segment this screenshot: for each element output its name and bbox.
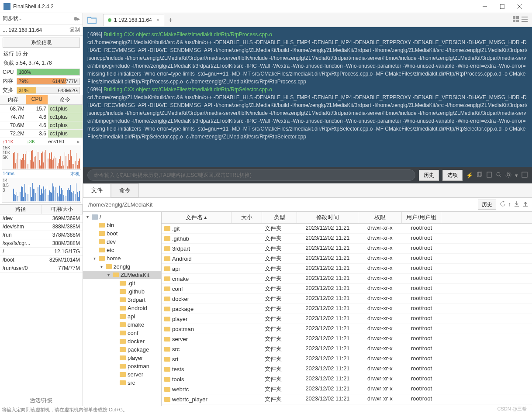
process-row[interactable]: 72.2M3.6cc1plus [0, 130, 83, 138]
tree-item[interactable]: Android [83, 304, 161, 312]
close-button[interactable] [511, 0, 529, 13]
open-folder-icon[interactable] [87, 16, 97, 24]
tab-commands[interactable]: 命令 [111, 183, 139, 197]
tree-item[interactable]: docker [83, 337, 161, 345]
file-row[interactable]: tools文件夹2023/12/02 11:21drwxr-xr-xroot/r… [162, 374, 532, 384]
file-row[interactable]: cmake文件夹2023/12/02 11:21drwxr-xr-xroot/r… [162, 274, 532, 284]
network-chart: 15K10K5K [2, 145, 81, 170]
filesystem-row[interactable]: /boot825M/1014M [0, 256, 83, 264]
svg-point-14 [497, 172, 500, 176]
up-icon[interactable]: ↑ [508, 201, 511, 208]
tree-item[interactable]: player [83, 354, 161, 362]
activate-button[interactable]: 激活/升级 [0, 395, 83, 406]
tree-item[interactable]: bin [83, 221, 161, 229]
tab-files[interactable]: 文件 [83, 183, 111, 197]
file-list-header[interactable]: 文件名 ▴ 大小 类型 修改时间 权限 用户/用户组 [162, 212, 532, 224]
file-row[interactable]: srt文件夹2023/12/02 11:21drwxr-xr-xroot/roo… [162, 354, 532, 364]
file-row[interactable]: webrtc文件夹2023/12/02 11:21drwxr-xr-xroot/… [162, 384, 532, 394]
folder-icon [120, 364, 126, 369]
close-icon[interactable]: × [156, 17, 159, 23]
file-list[interactable]: 文件名 ▴ 大小 类型 修改时间 权限 用户/用户组 .git文件夹2023/1… [162, 212, 532, 406]
filesystem-row[interactable]: /run378M/388M [0, 231, 83, 239]
sysinfo-button[interactable]: 系统信息 [3, 38, 80, 48]
options-button[interactable]: 选项 [442, 170, 463, 181]
file-row[interactable]: server文件夹2023/12/02 11:21drwxr-xr-xroot/… [162, 334, 532, 344]
search-icon[interactable] [496, 172, 502, 179]
paste-icon[interactable] [486, 172, 492, 179]
tree-item[interactable]: ▾home [83, 254, 161, 262]
tree-item[interactable]: .github [83, 287, 161, 296]
refresh-icon[interactable] [500, 201, 506, 208]
file-row[interactable]: player文件夹2023/12/02 11:21drwxr-xr-xroot/… [162, 314, 532, 324]
tree-item[interactable]: src [83, 379, 161, 387]
copy-icon[interactable] [477, 172, 483, 179]
folder-icon [164, 327, 170, 331]
folder-icon [164, 367, 170, 372]
file-row[interactable]: .git文件夹2023/12/02 11:21drwxr-xr-xroot/ro… [162, 224, 532, 234]
process-row[interactable]: 70.6M4.6cc1plus [0, 121, 83, 130]
folder-tree[interactable]: ▾/binbootdevetc▾home▾zenglg▾ZLMediaKit.g… [83, 212, 162, 406]
gear-icon[interactable] [505, 172, 511, 179]
tree-item[interactable]: api [83, 312, 161, 321]
file-row[interactable]: 3rdpart文件夹2023/12/02 11:21drwxr-xr-xroot… [162, 244, 532, 254]
tree-item[interactable]: package [83, 345, 161, 354]
file-row[interactable]: conf文件夹2023/12/02 11:21drwxr-xr-xroot/ro… [162, 284, 532, 294]
path-history-button[interactable]: 历史 [478, 200, 496, 210]
folder-icon [164, 297, 170, 301]
file-row[interactable]: package文件夹2023/12/02 11:21drwxr-xr-xroot… [162, 304, 532, 314]
upload-icon[interactable] [522, 201, 529, 208]
tree-item[interactable]: dev [83, 238, 161, 246]
path-input[interactable] [86, 200, 474, 210]
tree-item[interactable]: server [83, 370, 161, 379]
file-row[interactable]: webrtc_player文件夹2023/12/02 11:21drwxr-xr… [162, 394, 532, 404]
maximize-button[interactable] [494, 0, 511, 13]
load-label: 负载 5.54, 3.74, 1.78 [0, 59, 83, 68]
footer-hint: 将输入定向到该虚拟机，请在虚拟机内部单击或按 Ctrl+G。 [0, 406, 129, 414]
copy-button[interactable]: 复制 [69, 26, 80, 34]
file-row[interactable]: api文件夹2023/12/02 11:21drwxr-xr-xroot/roo… [162, 264, 532, 274]
filesystem-row[interactable]: /dev369M/369M [0, 214, 83, 223]
filesystem-row[interactable]: /12.1G/17G [0, 248, 83, 256]
process-row[interactable]: 74.7M4.6cc1plus [0, 113, 83, 121]
tree-item[interactable]: boot [83, 229, 161, 238]
file-row[interactable]: docker文件夹2023/12/02 11:21drwxr-xr-xroot/… [162, 294, 532, 304]
process-row[interactable]: 68.7M15.7cc1plus [0, 105, 83, 113]
filesystem-row[interactable]: /sys/fs/cgr...388M/388M [0, 239, 83, 248]
tree-item[interactable]: ▾ZLMediaKit [83, 271, 161, 279]
tree-item[interactable]: cmake [83, 321, 161, 329]
command-input[interactable] [87, 169, 415, 181]
filesystem-row[interactable]: /run/user/077M/77M [0, 264, 83, 273]
list-icon[interactable] [522, 16, 528, 24]
tree-item[interactable]: ▾zenglg [83, 262, 161, 271]
file-row[interactable]: .github文件夹2023/12/02 11:21drwxr-xr-xroot… [162, 234, 532, 244]
chevron-down-icon[interactable]: ▾ [515, 172, 518, 179]
folder-icon [92, 214, 98, 220]
add-tab-button[interactable]: + [165, 14, 176, 26]
maximize-icon[interactable] [522, 172, 528, 179]
tree-item[interactable]: 3rdpart [83, 296, 161, 304]
tree-item[interactable]: .git [83, 279, 161, 287]
file-row[interactable]: www文件夹2023/12/02 11:21drwxr-xr-xroot/roo… [162, 404, 532, 406]
filesystem-row[interactable]: /dev/shm388M/388M [0, 223, 83, 231]
tree-item[interactable]: ▾/ [83, 213, 161, 221]
bolt-icon[interactable]: ⚡ [466, 172, 473, 179]
tab-connection[interactable]: 1 192.168.11.64 × [103, 14, 164, 26]
svg-rect-4 [513, 16, 515, 19]
file-row[interactable]: src文件夹2023/12/02 11:21drwxr-xr-xroot/roo… [162, 344, 532, 354]
terminal-output[interactable]: [ 69%] Building CXX object src/CMakeFile… [83, 27, 532, 167]
file-row[interactable]: Android文件夹2023/12/02 11:21drwxr-xr-xroot… [162, 254, 532, 264]
watermark: CSDN @三希 [497, 406, 527, 412]
folder-icon [164, 377, 170, 382]
folder-icon [164, 317, 170, 321]
folder-icon [99, 256, 105, 261]
minimize-button[interactable] [476, 0, 494, 13]
grid-icon[interactable] [513, 16, 519, 24]
sync-status-row[interactable]: 同步状... ▸ [0, 13, 83, 24]
file-row[interactable]: postman文件夹2023/12/02 11:21drwxr-xr-xroot… [162, 324, 532, 334]
tree-item[interactable]: etc [83, 246, 161, 254]
tree-item[interactable]: postman [83, 362, 161, 370]
download-icon[interactable] [514, 201, 520, 208]
tree-item[interactable]: conf [83, 329, 161, 337]
file-row[interactable]: tests文件夹2023/12/02 11:21drwxr-xr-xroot/r… [162, 364, 532, 374]
history-button[interactable]: 历史 [419, 170, 439, 181]
